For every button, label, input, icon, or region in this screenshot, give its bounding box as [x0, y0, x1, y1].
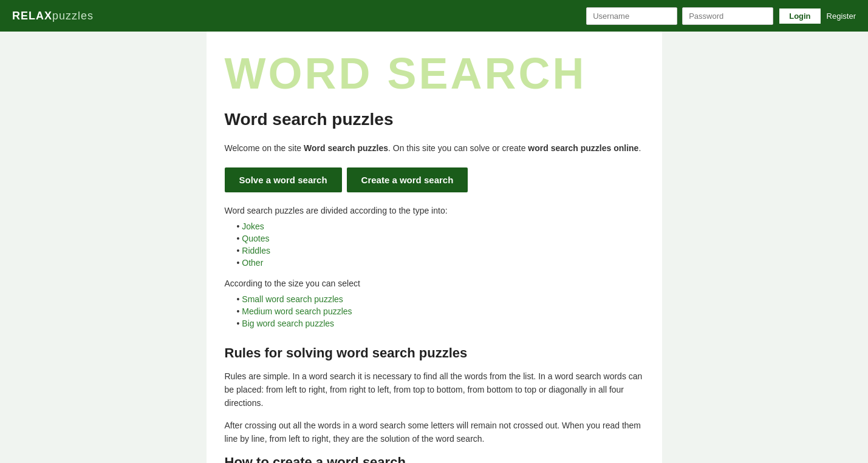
register-link[interactable]: Register: [827, 12, 856, 21]
solve-button[interactable]: Solve a word search: [225, 167, 342, 192]
page-container: WORD SEARCH Word search puzzles Welcome …: [207, 32, 662, 463]
login-button[interactable]: Login: [778, 7, 821, 25]
jokes-link[interactable]: Jokes: [242, 221, 264, 231]
rules-text-1: Rules are simple. In a word search it is…: [225, 370, 644, 410]
bold-site: Word search puzzles: [304, 143, 388, 153]
small-puzzles-link[interactable]: Small word search puzzles: [242, 294, 343, 304]
medium-puzzles-link[interactable]: Medium word search puzzles: [242, 306, 352, 316]
bold-online: word search puzzles online: [528, 143, 638, 153]
list-item: Riddles: [237, 246, 644, 255]
list-item: Jokes: [237, 221, 644, 231]
list-item: Quotes: [237, 234, 644, 243]
riddles-link[interactable]: Riddles: [242, 246, 270, 255]
intro-text: Welcome on the site Word search puzzles.…: [225, 141, 644, 155]
rules-title: Rules for solving word search puzzles: [225, 345, 644, 361]
hero-title: WORD SEARCH: [225, 50, 644, 98]
list-item: Small word search puzzles: [237, 294, 644, 304]
types-list: Jokes Quotes Riddles Other: [225, 221, 644, 268]
action-buttons: Solve a word search Create a word search: [225, 167, 644, 192]
size-list: Small word search puzzles Medium word se…: [225, 294, 644, 328]
list-item: Big word search puzzles: [237, 319, 644, 328]
nav-right: Login Register: [586, 7, 856, 25]
logo-relax: RELAX: [12, 10, 52, 22]
other-link[interactable]: Other: [242, 258, 263, 268]
logo-puzzles: puzzles: [52, 10, 94, 22]
username-input[interactable]: [586, 7, 677, 25]
create-button[interactable]: Create a word search: [347, 167, 468, 192]
list-item: Other: [237, 258, 644, 268]
list-item: Medium word search puzzles: [237, 306, 644, 316]
quotes-link[interactable]: Quotes: [242, 234, 269, 243]
big-puzzles-link[interactable]: Big word search puzzles: [242, 319, 334, 328]
rules-text-2: After crossing out all the words in a wo…: [225, 419, 644, 446]
password-input[interactable]: [682, 7, 773, 25]
page-title: Word search puzzles: [225, 110, 644, 129]
size-intro: According to the size you can select: [225, 279, 644, 288]
navbar: RELAXpuzzles Login Register: [0, 0, 868, 32]
types-intro: Word search puzzles are divided accordin…: [225, 206, 644, 215]
how-to-title: How to create a word search: [225, 455, 644, 463]
site-logo: RELAXpuzzles: [12, 10, 94, 22]
